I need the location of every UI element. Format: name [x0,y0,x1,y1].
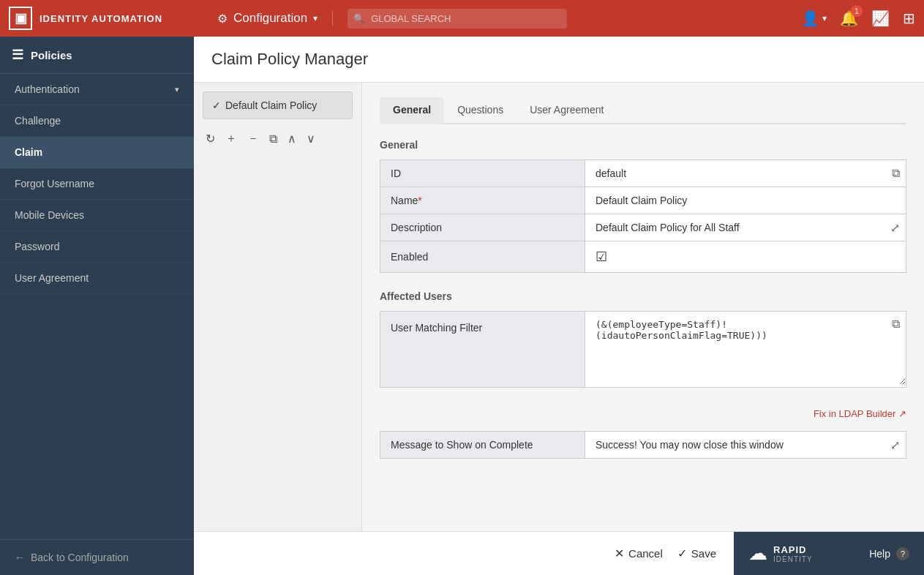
question-icon: ? [896,547,909,560]
tab-general[interactable]: General [380,97,444,124]
field-value-name: Default Claim Policy [585,187,906,214]
hamburger-icon: ☰ [12,47,23,63]
description-expand-button[interactable]: ⤢ [890,221,900,235]
logo-text: IDENTITY AUTOMATION [40,13,162,24]
description-value: Default Claim Policy for All Staff [596,222,740,233]
policy-item-label: Default Claim Policy [225,99,317,111]
field-label-message: Message to Show on Complete [380,432,585,459]
add-button[interactable]: ＋ [222,128,240,149]
notifications-button[interactable]: 🔔 1 [840,10,858,27]
message-form-table: Message to Show on Complete Success! You… [380,431,906,459]
check-icon: ✓ [677,546,687,560]
sidebar-item-challenge[interactable]: Challenge [0,105,194,137]
user-menu[interactable]: 👤 ▾ [801,10,827,27]
sidebar-item-label: Mobile Devices [15,209,84,221]
sidebar-item-label: Forgot Username [15,178,94,189]
user-chevron-icon: ▾ [822,13,827,23]
sidebar-item-mobile-devices[interactable]: Mobile Devices [0,200,194,231]
field-value-enabled: ☑ [585,241,906,273]
id-copy-button[interactable]: ⧉ [892,167,900,180]
main-content: Claim Policy Manager ✓ Default Claim Pol… [194,37,924,575]
field-label-name: Name* [380,187,585,214]
field-row-name: Name* Default Claim Policy [380,187,906,214]
field-label-description: Description [380,214,585,241]
sidebar-item-password[interactable]: Password [0,231,194,263]
sidebar-bottom: ← Back to Configuration [0,539,194,575]
remove-button[interactable]: － [244,128,262,149]
enabled-checkbox[interactable]: ☑ [596,249,607,264]
message-expand-button[interactable]: ⤢ [890,438,900,452]
logo-area: ▣ IDENTITY AUTOMATION [9,7,203,30]
field-row-message: Message to Show on Complete Success! You… [380,432,906,459]
filter-copy-button[interactable]: ⧉ [892,317,900,331]
sidebar-item-label: Authentication [15,83,80,95]
field-row-id: ID default ⧉ [380,160,906,187]
sidebar-title: Policies [31,49,72,61]
user-icon: 👤 [801,10,819,27]
footer-brand: ☁ RAPID IDENTITY Help ? [734,532,924,575]
config-menu[interactable]: ⚙ Configuration ▾ [203,11,333,26]
refresh-button[interactable]: ↻ [203,129,218,149]
top-nav: ▣ IDENTITY AUTOMATION ⚙ Configuration ▾ … [0,0,924,37]
sidebar-item-forgot-username[interactable]: Forgot Username [0,168,194,200]
field-value-id: default ⧉ [585,160,906,187]
footer: ✕ Cancel ✓ Save ☁ RAPID IDENTITY Hel [194,531,924,575]
search-icon: 🔍 [353,13,365,24]
user-matching-filter-input[interactable]: (&(employeeType=Staff)!(idautoPersonClai… [585,312,906,385]
rapid-sub-name: IDENTITY [773,555,813,563]
save-label: Save [691,547,716,560]
policy-list-panel: ✓ Default Claim Policy ↻ ＋ － ⧉ ∧ ∨ [194,83,362,531]
grid-icon: ⊞ [903,10,915,26]
field-label-user-matching-filter: User Matching Filter [380,312,585,388]
tab-questions[interactable]: Questions [444,97,517,124]
field-label-id: ID [380,160,585,187]
cancel-label: Cancel [628,547,663,560]
rapid-logo-icon: ☁ [748,542,767,565]
field-value-message: Success! You may now close this window ⤢ [585,432,906,459]
chevron-down-icon: ▾ [313,13,318,23]
policy-list-item-default[interactable]: ✓ Default Claim Policy [203,91,353,119]
detail-panel: General Questions User Agreement General… [362,83,924,531]
sidebar-item-label: Claim [15,146,42,158]
sidebar-item-authentication[interactable]: Authentication ▾ [0,74,194,105]
field-row-enabled: Enabled ☑ [380,241,906,273]
chart-icon: 📈 [871,10,890,26]
policy-toolbar: ↻ ＋ － ⧉ ∧ ∨ [203,125,353,152]
x-icon: ✕ [615,546,624,560]
back-label: Back to Configuration [31,552,129,563]
sidebar-item-user-agreement[interactable]: User Agreement [0,263,194,294]
gear-icon: ⚙ [217,12,228,26]
sidebar: ☰ Policies Authentication ▾ Challenge Cl… [0,37,194,575]
content-area: ✓ Default Claim Policy ↻ ＋ － ⧉ ∧ ∨ Gener… [194,83,924,531]
back-to-config-link[interactable]: ← Back to Configuration [15,552,179,563]
field-value-user-matching-filter: (&(employeeType=Staff)!(idautoPersonClai… [585,312,906,388]
affected-users-section-title: Affected Users [380,290,906,302]
ldap-builder-link[interactable]: Fix in LDAP Builder ↗ [380,405,906,422]
analytics-button[interactable]: 📈 [871,10,890,27]
page-header: Claim Policy Manager [194,37,924,83]
tab-user-agreement[interactable]: User Agreement [517,97,617,124]
field-label-enabled: Enabled [380,241,585,273]
field-value-description: Default Claim Policy for All Staff ⤢ [585,214,906,241]
sidebar-header: ☰ Policies [0,37,194,74]
message-value: Success! You may now close this window [596,439,784,451]
grid-menu-button[interactable]: ⊞ [903,10,915,27]
help-button[interactable]: Help ? [869,547,909,560]
sidebar-item-claim[interactable]: Claim [0,137,194,168]
id-value: default [596,168,626,179]
nav-actions: 👤 ▾ 🔔 1 📈 ⊞ [801,10,915,27]
affected-users-form-table: User Matching Filter (&(employeeType=Sta… [380,311,906,388]
copy-button[interactable]: ⧉ [266,129,280,149]
sidebar-item-label: User Agreement [15,272,89,284]
save-button[interactable]: ✓ Save [677,546,716,560]
field-row-description: Description Default Claim Policy for All… [380,214,906,241]
cancel-button[interactable]: ✕ Cancel [615,546,663,560]
move-up-button[interactable]: ∧ [285,129,299,149]
check-icon: ✓ [212,99,221,111]
move-down-button[interactable]: ∨ [304,129,318,149]
required-asterisk: * [418,195,421,206]
field-row-user-matching-filter: User Matching Filter (&(employeeType=Sta… [380,312,906,388]
tabs: General Questions User Agreement [380,97,906,124]
config-label: Configuration [233,11,307,26]
search-input[interactable] [348,9,567,29]
